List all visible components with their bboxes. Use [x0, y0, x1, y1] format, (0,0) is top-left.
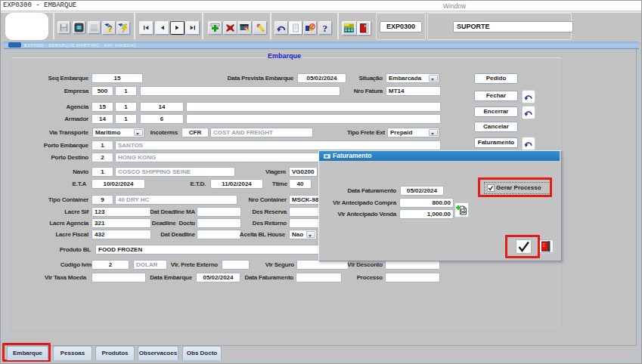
svg-text:?: ?	[322, 23, 327, 34]
